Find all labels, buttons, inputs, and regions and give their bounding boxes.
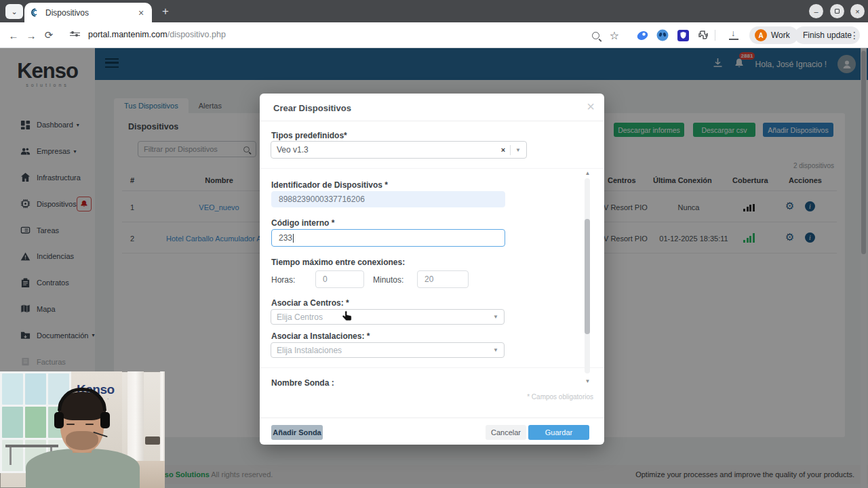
- clear-selection-icon[interactable]: ×: [501, 146, 505, 154]
- puzzle-icon[interactable]: [696, 28, 710, 42]
- restore-icon: [835, 9, 840, 14]
- star-icon[interactable]: ☆: [608, 28, 621, 42]
- webcam-desk-leg: [9, 447, 12, 465]
- scroll-up-icon[interactable]: ▲: [585, 170, 591, 176]
- horas-input[interactable]: 0: [315, 270, 364, 288]
- instalaciones-label: Asociar a Instalaciones: *: [271, 331, 370, 341]
- chevron-down-icon: ▼: [515, 147, 521, 153]
- person-beard: [66, 431, 98, 450]
- instalaciones-placeholder: Elija Instalaciones: [277, 346, 342, 355]
- site-info-icon[interactable]: [70, 30, 80, 39]
- centros-placeholder: Elija Centros: [277, 312, 323, 322]
- minutos-label: Minutos:: [373, 275, 403, 285]
- back-icon[interactable]: ←: [7, 28, 20, 42]
- horas-value: 0: [323, 274, 328, 284]
- minutos-value: 20: [425, 274, 433, 284]
- centros-select[interactable]: Elija Centros ▼: [271, 309, 505, 325]
- tipos-select[interactable]: Veo v1.3 ×▼: [271, 141, 527, 159]
- mouse-cursor-icon: [342, 310, 353, 325]
- browser-titlebar: ⌄ Dispositivos × + – ×: [0, 0, 868, 22]
- tab-search-button[interactable]: ⌄: [5, 4, 23, 19]
- identificador-input: 8988239000337716206: [271, 191, 505, 207]
- webcam-overlay: Kenso • • • • • •: [0, 371, 165, 488]
- minutos-input[interactable]: 20: [417, 270, 469, 288]
- extension-alien-icon[interactable]: [656, 28, 669, 42]
- close-window-button[interactable]: ×: [850, 4, 865, 18]
- finish-update-label: Finish update: [803, 30, 852, 40]
- favicon-kenso-icon: [30, 7, 40, 18]
- centros-label: Asociar a Centros: *: [271, 298, 349, 308]
- person-eye: [85, 424, 94, 425]
- profile-label: Work: [771, 30, 790, 40]
- forward-icon[interactable]: →: [24, 28, 38, 42]
- extension-blue-eye-icon[interactable]: [635, 28, 649, 42]
- download-icon[interactable]: [727, 28, 741, 42]
- identificador-value: 8988239000337716206: [279, 195, 365, 204]
- url-bar[interactable]: portal.mantenim.com/dispositivo.php: [88, 30, 226, 39]
- modal-scrollbar-thumb[interactable]: [585, 219, 590, 334]
- chevron-down-icon: ▼: [493, 347, 498, 353]
- kebab-menu-icon[interactable]: ⋮: [848, 28, 861, 42]
- crear-dispositivos-modal: Crear Dispositivos × Tipos predefinidos*…: [260, 94, 604, 445]
- tipos-value: Veo v1.3: [277, 145, 309, 155]
- codigo-input[interactable]: 233: [271, 229, 505, 247]
- guardar-button[interactable]: Guardar: [528, 425, 589, 440]
- instalaciones-select[interactable]: Elija Instalaciones ▼: [271, 342, 505, 358]
- minimize-button[interactable]: –: [809, 4, 823, 18]
- text-caret: [293, 234, 294, 243]
- codigo-value: 233: [279, 233, 292, 243]
- tab-title: Dispositivos: [45, 8, 136, 18]
- scroll-down-icon[interactable]: ▼: [585, 378, 591, 384]
- profile-avatar: A: [755, 29, 767, 41]
- anadir-sonda-button[interactable]: Añadir Sonda: [271, 425, 323, 440]
- extension-shield-icon[interactable]: [676, 28, 690, 42]
- browser-toolbar: ← → ⟳ portal.mantenim.com/dispositivo.ph…: [0, 22, 868, 48]
- headset-earcup: [54, 412, 64, 428]
- reload-icon[interactable]: ⟳: [42, 28, 56, 42]
- webcam-chair: [145, 436, 160, 445]
- zoom-icon[interactable]: [589, 28, 602, 42]
- required-note: * Campos obligatorios: [527, 393, 593, 401]
- url-domain: portal.mantenim.com: [88, 30, 167, 39]
- identificador-label: Identificador de Dispositivos *: [271, 180, 388, 190]
- person-body: [26, 449, 140, 488]
- modal-close-icon[interactable]: ×: [587, 99, 595, 115]
- tipos-label: Tipos predefinidos*: [271, 131, 347, 140]
- headset-earcup: [100, 412, 110, 428]
- tiempo-label: Tiempo máximo entre conexiones:: [271, 258, 405, 267]
- toolbar-divider: [715, 30, 715, 41]
- browser-tab[interactable]: Dispositivos ×: [24, 3, 152, 22]
- chevron-down-icon: ▼: [493, 314, 498, 320]
- horas-label: Horas:: [271, 275, 295, 285]
- modal-title: Crear Dispositivos: [273, 103, 351, 113]
- profile-chip[interactable]: A Work: [749, 26, 798, 44]
- restore-button[interactable]: [830, 4, 844, 18]
- url-path: /dispositivo.php: [167, 30, 226, 39]
- codigo-label: Código interno *: [271, 218, 334, 228]
- cancelar-button[interactable]: Cancelar: [486, 425, 526, 440]
- new-tab-button[interactable]: +: [157, 3, 174, 20]
- tab-close-icon[interactable]: ×: [136, 7, 146, 18]
- sonda-label: Nombre Sonda :: [271, 378, 334, 388]
- person-eye: [66, 424, 75, 425]
